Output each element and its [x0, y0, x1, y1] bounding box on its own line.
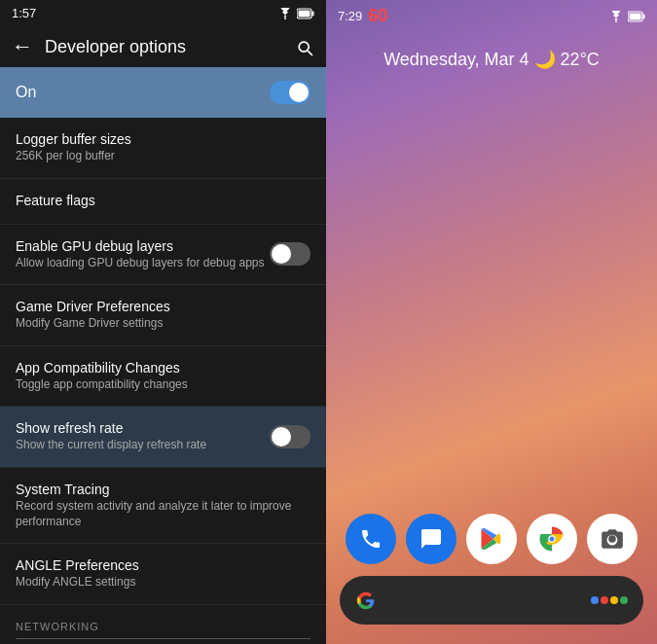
dot-blue	[591, 596, 599, 604]
settings-list: Logger buffer sizes 256K per log buffer …	[0, 118, 326, 644]
camera-icon	[600, 526, 625, 552]
svg-rect-6	[643, 14, 645, 18]
refresh-rate-display: 60	[368, 6, 387, 26]
status-icons-right	[608, 11, 645, 22]
svg-point-4	[615, 20, 617, 22]
on-label: On	[16, 84, 36, 101]
page-title: Developer options	[45, 37, 283, 57]
dot-red	[601, 596, 608, 604]
status-bar-right: 7:29 60	[326, 0, 657, 32]
svg-point-10	[550, 537, 555, 542]
setting-item-angle[interactable]: ANGLE Preferences Modify ANGLE settings	[0, 544, 326, 605]
battery-icon	[297, 8, 314, 19]
setting-text-refresh-rate: Show refresh rate Show the current displ…	[16, 420, 270, 453]
svg-rect-2	[312, 11, 314, 16]
temperature: 22°C	[561, 50, 600, 69]
setting-title-refresh-rate: Show refresh rate	[16, 420, 270, 436]
networking-section-header: NETWORKING	[0, 605, 326, 643]
setting-item-game-driver[interactable]: Game Driver Preferences Modify Game Driv…	[0, 285, 326, 346]
wifi-icon-right	[608, 11, 624, 22]
setting-item-refresh-rate[interactable]: Show refresh rate Show the current displ…	[0, 407, 326, 468]
messages-icon	[420, 527, 443, 551]
setting-item-system-tracing[interactable]: System Tracing Record system activity an…	[0, 468, 326, 544]
setting-text-feature-flags: Feature flags	[16, 193, 310, 210]
page-header: ← Developer options	[0, 26, 326, 67]
setting-item-gpu-debug[interactable]: Enable GPU debug layers Allow loading GP…	[0, 225, 326, 286]
svg-rect-3	[299, 10, 310, 17]
app-icons-row	[336, 514, 647, 564]
setting-title-gpu-debug: Enable GPU debug layers	[16, 238, 270, 254]
google-logo	[355, 590, 377, 612]
status-time-left: 1:57	[12, 6, 36, 20]
phone-icon	[359, 527, 383, 551]
setting-title-logger: Logger buffer sizes	[16, 131, 310, 147]
setting-subtitle-angle: Modify ANGLE settings	[16, 575, 310, 590]
setting-title-app-compat: App Compatibility Changes	[16, 360, 310, 376]
setting-title-feature-flags: Feature flags	[16, 193, 310, 208]
date-text: Wednesday, Mar 4	[383, 50, 529, 69]
clock-date: Wednesday, Mar 4 🌙 22°C	[326, 49, 657, 70]
wifi-icon	[277, 8, 293, 19]
play-store-icon	[478, 525, 505, 553]
home-screen-panel: 7:29 60 Wednesday, Mar 4 🌙 22°C	[326, 0, 657, 644]
setting-subtitle-game-driver: Modify Game Driver settings	[16, 316, 310, 332]
setting-subtitle-refresh-rate: Show the current display refresh rate	[16, 438, 270, 453]
setting-subtitle-app-compat: Toggle app compatibility changes	[16, 377, 310, 393]
camera-app-icon[interactable]	[587, 514, 638, 564]
setting-text-gpu-debug: Enable GPU debug layers Allow loading GP…	[16, 238, 270, 271]
developer-options-panel: 1:57 ← Developer options	[0, 0, 326, 644]
setting-text-angle: ANGLE Preferences Modify ANGLE settings	[16, 557, 310, 590]
messages-app-icon[interactable]	[406, 514, 456, 564]
play-store-app-icon[interactable]	[466, 514, 517, 564]
setting-text-app-compat: App Compatibility Changes Toggle app com…	[16, 360, 310, 393]
clock-widget: Wednesday, Mar 4 🌙 22°C	[326, 49, 657, 70]
developer-options-toggle[interactable]	[270, 81, 310, 104]
status-bar-left: 1:57	[0, 0, 326, 26]
setting-text-game-driver: Game Driver Preferences Modify Game Driv…	[16, 299, 310, 332]
refresh-rate-toggle[interactable]	[270, 425, 310, 448]
back-button[interactable]: ←	[12, 34, 33, 59]
networking-label: NETWORKING	[16, 621, 99, 632]
svg-rect-7	[630, 13, 641, 19]
setting-text-system-tracing: System Tracing Record system activity an…	[16, 482, 310, 529]
setting-item-app-compat[interactable]: App Compatibility Changes Toggle app com…	[0, 346, 326, 408]
setting-item-logger[interactable]: Logger buffer sizes 256K per log buffer	[0, 118, 326, 179]
setting-title-angle: ANGLE Preferences	[16, 557, 310, 573]
chrome-icon	[537, 524, 566, 554]
setting-subtitle-gpu-debug: Allow loading GPU debug layers for debug…	[16, 256, 270, 271]
setting-item-feature-flags[interactable]: Feature flags	[0, 179, 326, 225]
chrome-app-icon[interactable]	[527, 514, 577, 564]
developer-options-on-row[interactable]: On	[0, 67, 326, 118]
setting-title-game-driver: Game Driver Preferences	[16, 299, 310, 314]
setting-subtitle-logger: 256K per log buffer	[16, 149, 310, 164]
battery-icon-right	[628, 11, 645, 22]
google-g-icon	[355, 588, 377, 613]
status-icons-left	[277, 8, 314, 19]
dot-yellow	[610, 596, 618, 604]
toggle-thumb-refresh	[272, 427, 291, 447]
toggle-thumb-gpu	[272, 244, 291, 264]
dot-green	[620, 596, 628, 604]
svg-point-0	[284, 18, 286, 19]
setting-text-logger: Logger buffer sizes 256K per log buffer	[16, 131, 310, 164]
setting-subtitle-system-tracing: Record system activity and analyze it la…	[16, 499, 310, 529]
setting-title-system-tracing: System Tracing	[16, 482, 310, 497]
google-assistant-dots	[591, 596, 628, 604]
google-search-bar[interactable]	[340, 576, 643, 625]
dock-area	[326, 514, 657, 625]
toggle-thumb	[289, 83, 309, 102]
moon-icon: 🌙	[534, 50, 561, 69]
phone-app-icon[interactable]	[346, 514, 396, 564]
status-time-right: 7:29	[338, 9, 362, 23]
gpu-debug-toggle[interactable]	[270, 242, 310, 266]
search-button[interactable]	[295, 36, 314, 58]
